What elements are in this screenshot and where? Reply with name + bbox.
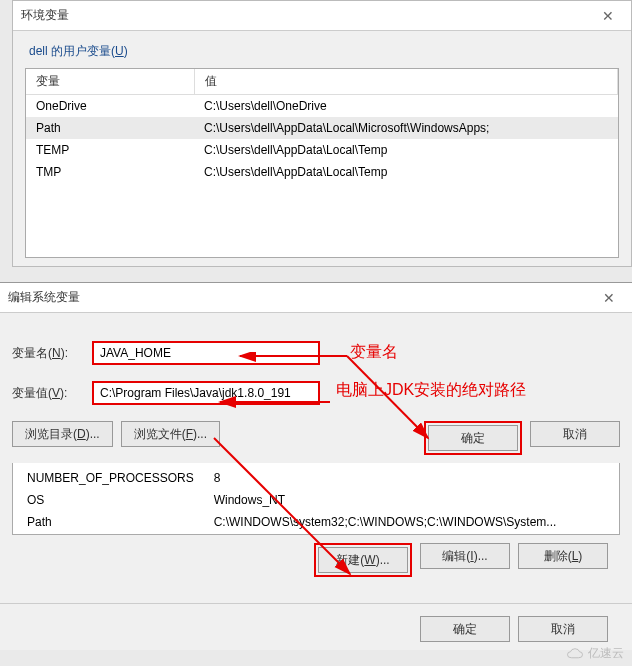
edit-sysvar-dialog: 编辑系统变量 ✕ 变量名(N): 变量值(V): 浏览目录(D)... 浏览文件… bbox=[0, 282, 632, 650]
table-row[interactable]: NUMBER_OF_PROCESSORS8 bbox=[13, 467, 619, 489]
watermark: 亿速云 bbox=[566, 645, 624, 662]
close-icon[interactable]: ✕ bbox=[593, 1, 623, 31]
sys-buttons: 新建(W)... 编辑(I)... 删除(L) bbox=[0, 535, 632, 585]
browse-dir-button[interactable]: 浏览目录(D)... bbox=[12, 421, 113, 447]
annotation-varname: 变量名 bbox=[350, 342, 398, 363]
edit-button[interactable]: 编辑(I)... bbox=[420, 543, 510, 569]
sys-vars-table[interactable]: NUMBER_OF_PROCESSORS8 OSWindows_NT PathC… bbox=[12, 463, 620, 535]
col-value[interactable]: 值 bbox=[194, 69, 618, 95]
highlight-frame: 确定 bbox=[424, 421, 522, 455]
table-row[interactable]: OneDriveC:\Users\dell\OneDrive bbox=[26, 95, 618, 118]
cancel-button[interactable]: 取消 bbox=[530, 421, 620, 447]
cancel-button[interactable]: 取消 bbox=[518, 616, 608, 642]
var-value-label: 变量值(V): bbox=[12, 385, 92, 402]
delete-button[interactable]: 删除(L) bbox=[518, 543, 608, 569]
table-row[interactable]: OSWindows_NT bbox=[13, 489, 619, 511]
table-row[interactable]: TMPC:\Users\dell\AppData\Local\Temp bbox=[26, 161, 618, 183]
dialog-buttons: 浏览目录(D)... 浏览文件(F)... 确定 取消 bbox=[0, 413, 632, 463]
user-vars-table[interactable]: 变量 值 OneDriveC:\Users\dell\OneDrive Path… bbox=[25, 68, 619, 258]
var-value-row: 变量值(V): bbox=[0, 373, 632, 413]
titlebar: 环境变量 ✕ bbox=[13, 1, 631, 31]
footer-buttons: 确定 取消 bbox=[0, 603, 632, 650]
annotation-path: 电脑上JDK安装的绝对路径 bbox=[336, 380, 526, 401]
ok-button[interactable]: 确定 bbox=[420, 616, 510, 642]
window-title: 环境变量 bbox=[21, 7, 69, 24]
table-row[interactable]: TEMPC:\Users\dell\AppData\Local\Temp bbox=[26, 139, 618, 161]
table-row[interactable]: PathC:\Users\dell\AppData\Local\Microsof… bbox=[26, 117, 618, 139]
ok-button[interactable]: 确定 bbox=[428, 425, 518, 451]
env-vars-dialog: 环境变量 ✕ dell 的用户变量(U) 变量 值 OneDriveC:\Use… bbox=[12, 0, 632, 267]
var-name-row: 变量名(N): bbox=[0, 333, 632, 373]
user-vars-label: dell 的用户变量(U) bbox=[13, 31, 631, 64]
highlight-frame: 新建(W)... bbox=[314, 543, 412, 577]
browse-file-button[interactable]: 浏览文件(F)... bbox=[121, 421, 220, 447]
close-icon[interactable]: ✕ bbox=[594, 283, 624, 313]
var-name-label: 变量名(N): bbox=[12, 345, 92, 362]
cloud-icon bbox=[566, 648, 584, 660]
new-button[interactable]: 新建(W)... bbox=[318, 547, 408, 573]
var-value-input[interactable] bbox=[92, 381, 320, 405]
var-name-input[interactable] bbox=[92, 341, 320, 365]
window-title: 编辑系统变量 bbox=[8, 289, 80, 306]
table-row[interactable]: PathC:\WINDOWS\system32;C:\WINDOWS;C:\WI… bbox=[13, 511, 619, 533]
titlebar: 编辑系统变量 ✕ bbox=[0, 283, 632, 313]
col-variable[interactable]: 变量 bbox=[26, 69, 194, 95]
